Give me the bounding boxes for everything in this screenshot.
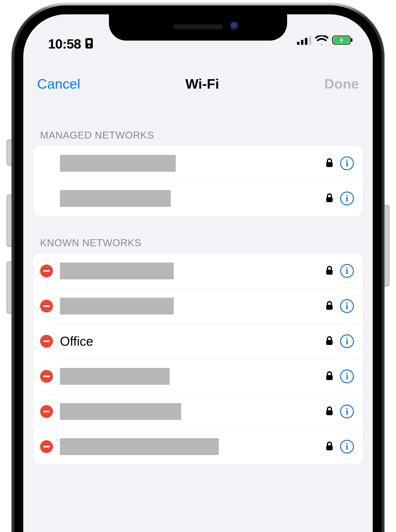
row-trailing: i bbox=[326, 440, 354, 454]
info-button[interactable]: i bbox=[340, 156, 354, 170]
battery-charging-icon bbox=[332, 35, 353, 46]
svg-rect-4 bbox=[301, 40, 303, 45]
network-name bbox=[60, 263, 326, 279]
network-row[interactable]: i bbox=[33, 359, 363, 394]
screen: 10:58 bbox=[23, 14, 373, 532]
svg-rect-6 bbox=[309, 36, 311, 45]
lock-icon bbox=[326, 266, 333, 276]
svg-rect-3 bbox=[297, 42, 299, 45]
row-trailing: i bbox=[326, 405, 354, 418]
phone-frame-inner: 10:58 bbox=[16, 7, 380, 532]
svg-rect-15 bbox=[326, 375, 333, 380]
managed-networks-header: MANAGED NETWORKS bbox=[33, 120, 363, 146]
redacted-label bbox=[60, 298, 174, 314]
svg-rect-8 bbox=[351, 38, 352, 42]
redacted-label bbox=[60, 403, 181, 420]
redacted-label bbox=[60, 368, 170, 385]
status-left: 10:58 bbox=[48, 36, 93, 51]
svg-rect-13 bbox=[326, 305, 333, 310]
managed-networks-list: ii bbox=[33, 146, 363, 216]
portrait-lock-icon bbox=[85, 38, 93, 50]
lock-icon bbox=[326, 406, 333, 417]
status-bar: 10:58 bbox=[23, 14, 373, 51]
info-button[interactable]: i bbox=[340, 192, 354, 205]
svg-rect-16 bbox=[326, 410, 333, 415]
volume-down-button bbox=[6, 261, 12, 314]
row-trailing: i bbox=[326, 334, 354, 348]
lock-icon bbox=[326, 371, 333, 382]
mute-switch bbox=[6, 140, 12, 166]
network-row[interactable]: i bbox=[33, 429, 363, 464]
network-row[interactable]: i bbox=[33, 394, 363, 429]
delete-network-button[interactable] bbox=[40, 370, 53, 383]
svg-rect-14 bbox=[326, 340, 333, 345]
network-name bbox=[60, 368, 326, 385]
info-button[interactable]: i bbox=[340, 264, 354, 278]
svg-point-2 bbox=[88, 45, 90, 47]
cancel-button[interactable]: Cancel bbox=[37, 76, 80, 92]
network-row[interactable]: i bbox=[33, 181, 363, 216]
svg-rect-5 bbox=[305, 38, 307, 45]
redacted-label bbox=[60, 155, 176, 172]
svg-rect-11 bbox=[326, 197, 333, 202]
volume-up-button bbox=[6, 194, 12, 247]
content-scroll[interactable]: MANAGED NETWORKS ii KNOWN NETWORKS iiOff… bbox=[23, 106, 373, 532]
row-trailing: i bbox=[326, 369, 354, 383]
svg-rect-1 bbox=[87, 40, 91, 44]
lock-icon bbox=[326, 301, 333, 311]
row-trailing: i bbox=[326, 264, 354, 278]
info-button[interactable]: i bbox=[340, 369, 354, 383]
redacted-label bbox=[60, 438, 219, 455]
cellular-signal-icon bbox=[297, 35, 311, 46]
redacted-label bbox=[60, 190, 171, 207]
network-row[interactable]: i bbox=[33, 253, 363, 289]
network-row[interactable]: Officei bbox=[33, 324, 363, 359]
status-right bbox=[297, 35, 353, 46]
wifi-icon bbox=[315, 35, 328, 46]
svg-rect-12 bbox=[326, 270, 333, 275]
lock-icon bbox=[326, 441, 333, 452]
network-row[interactable]: i bbox=[33, 146, 363, 181]
known-networks-list: iiOfficeiiii bbox=[33, 253, 363, 464]
network-name: Office bbox=[60, 334, 326, 349]
info-button[interactable]: i bbox=[340, 334, 354, 348]
delete-network-button[interactable] bbox=[40, 405, 53, 418]
row-trailing: i bbox=[326, 156, 354, 170]
redacted-label bbox=[60, 263, 174, 279]
network-name bbox=[60, 438, 326, 455]
lock-icon bbox=[326, 336, 333, 346]
network-name bbox=[60, 298, 326, 314]
known-networks-header: KNOWN NETWORKS bbox=[33, 227, 363, 253]
side-button bbox=[384, 205, 390, 287]
status-time: 10:58 bbox=[48, 36, 81, 51]
network-name bbox=[60, 403, 326, 420]
network-row[interactable]: i bbox=[33, 289, 363, 324]
row-trailing: i bbox=[326, 299, 354, 313]
info-button[interactable]: i bbox=[340, 299, 354, 313]
network-name bbox=[60, 155, 326, 172]
delete-network-button[interactable] bbox=[40, 300, 53, 313]
delete-network-button[interactable] bbox=[40, 335, 53, 348]
delete-network-button[interactable] bbox=[40, 440, 53, 453]
lock-icon bbox=[326, 158, 333, 169]
navbar: Cancel Wi-Fi Done bbox=[23, 71, 373, 96]
delete-network-button[interactable] bbox=[40, 265, 53, 277]
info-button[interactable]: i bbox=[340, 405, 354, 418]
row-trailing: i bbox=[326, 192, 354, 205]
page-title: Wi-Fi bbox=[185, 76, 219, 92]
info-button[interactable]: i bbox=[340, 440, 354, 454]
lock-icon bbox=[326, 193, 333, 204]
iphone-mock: 10:58 bbox=[0, 0, 396, 532]
svg-rect-17 bbox=[326, 445, 333, 450]
network-name bbox=[60, 190, 326, 207]
svg-rect-10 bbox=[326, 162, 333, 167]
done-button[interactable]: Done bbox=[324, 76, 359, 92]
